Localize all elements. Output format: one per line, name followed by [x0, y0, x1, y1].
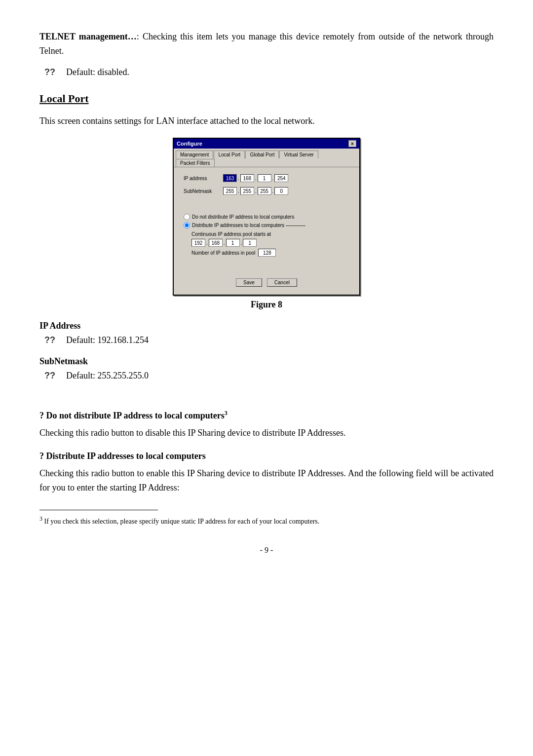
telnet-default-item: ?? Default: disabled.	[44, 67, 494, 77]
dhcp-start-label-row: Continuous IP address pool starts at	[191, 231, 349, 237]
dhcp-dot2: .	[224, 240, 225, 246]
dialog-tabs: Management Local Port Global Port Virtua…	[174, 149, 359, 167]
telnet-label: TELNET management…	[39, 32, 137, 41]
telnet-default-value: Default: disabled.	[66, 67, 129, 77]
radio-distribute-row: Distribute IP addresses to local compute…	[184, 222, 349, 228]
dhcp-octet4[interactable]	[243, 239, 257, 247]
ip-octet2[interactable]	[240, 174, 254, 182]
subnet-octet4[interactable]	[274, 187, 288, 195]
subnet-octet1[interactable]	[223, 187, 237, 195]
ip-address-row: IP address . . .	[184, 174, 349, 182]
cancel-button[interactable]: Cancel	[267, 278, 297, 287]
telnet-paragraph: TELNET management…: Checking this item l…	[39, 30, 494, 58]
dialog-body: IP address . . . SubNetmask .	[174, 167, 359, 295]
ip-dot2: .	[255, 176, 257, 181]
subnet-octet2[interactable]	[240, 187, 254, 195]
radio-no-distribute-label: Do not distribute IP address to local co…	[192, 214, 294, 220]
subnet-octet3[interactable]	[258, 187, 271, 195]
radio-no-distribute-row: Do not distribute IP address to local co…	[184, 214, 349, 220]
subnet-dot2: .	[255, 189, 257, 194]
subnet-dot1: .	[238, 189, 239, 194]
distribute-question: ? Distribute IP addresses to local compu…	[39, 451, 494, 461]
dhcp-start-label: Continuous IP address pool starts at	[191, 231, 271, 237]
subnetmask-default-value: Default: 255.255.255.0	[66, 371, 149, 381]
figure-container: Configure × Management Local Port Global…	[39, 138, 494, 310]
ip-octet1[interactable]	[223, 174, 237, 182]
save-button[interactable]: Save	[236, 278, 262, 287]
distribute-body: Checking this radio button to enable thi…	[39, 466, 494, 495]
configure-dialog: Configure × Management Local Port Global…	[173, 138, 360, 296]
subnetmask-default-item: ?? Default: 255.255.255.0	[44, 371, 494, 381]
dhcp-count-label: Number of IP address in pool	[191, 250, 255, 256]
dhcp-count-input[interactable]	[258, 249, 276, 257]
dhcp-octet1[interactable]	[191, 239, 205, 247]
radio-distribute[interactable]	[184, 222, 190, 228]
tab-local-port[interactable]: Local Port	[214, 151, 245, 159]
footnote-body: If you check this selection, please spec…	[44, 517, 320, 525]
dialog-titlebar: Configure ×	[174, 139, 359, 149]
tab-management[interactable]: Management	[176, 151, 213, 158]
dhcp-count-row: Number of IP address in pool	[191, 249, 349, 257]
subnet-input-group: . . .	[223, 187, 288, 195]
bullet-symbol-telnet: ??	[44, 67, 59, 77]
ip-address-heading: IP Address	[39, 321, 494, 331]
footnote-superscript: 3	[225, 410, 228, 416]
tab-packet-filters[interactable]: Packet Filters	[176, 159, 215, 167]
footnote-rule	[39, 510, 158, 510]
tab-virtual-server[interactable]: Virtual Server	[279, 151, 318, 158]
subnetmask-heading: SubNetmask	[39, 356, 494, 367]
page-number: - 9 -	[39, 546, 494, 555]
dhcp-octet3[interactable]	[226, 239, 240, 247]
dialog-close-button[interactable]: ×	[348, 140, 356, 147]
tab-global-port[interactable]: Global Port	[245, 151, 279, 158]
dhcp-dot3: .	[241, 240, 242, 246]
ip-octet4[interactable]	[274, 174, 288, 182]
subnet-row: SubNetmask . . .	[184, 187, 349, 195]
dhcp-start-ip-row: . . .	[191, 239, 349, 247]
radio-group: Do not distribute IP address to local co…	[184, 214, 349, 228]
do-not-distribute-question-text: ? Do not distribute IP address to local …	[39, 411, 228, 420]
footnote-text: 3 If you check this selection, please sp…	[39, 514, 494, 527]
subnet-label: SubNetmask	[184, 189, 223, 194]
dhcp-start-input-group: . . .	[191, 239, 257, 247]
do-not-distribute-body: Checking this radio button to disable th…	[39, 426, 494, 440]
dhcp-dot1: .	[206, 240, 208, 246]
bullet-symbol-ip: ??	[44, 335, 59, 345]
ip-dot1: .	[238, 176, 239, 181]
distribute-question-text: ? Distribute IP addresses to local compu…	[39, 451, 206, 461]
do-not-distribute-question: ? Do not distribute IP address to local …	[39, 410, 494, 421]
close-icon: ×	[351, 141, 354, 147]
ip-label: IP address	[184, 176, 223, 181]
ip-input-group: . . .	[223, 174, 288, 182]
ip-address-default-item: ?? Default: 192.168.1.254	[44, 335, 494, 345]
ip-dot3: .	[272, 176, 274, 181]
radio-distribute-label: Distribute IP addresses to local compute…	[192, 223, 305, 228]
footnote-number: 3	[39, 515, 42, 522]
local-port-description: This screen contains settings for LAN in…	[39, 114, 494, 128]
ip-octet3[interactable]	[258, 174, 271, 182]
dialog-button-row: Save Cancel	[184, 273, 349, 290]
dhcp-sub-section: Continuous IP address pool starts at . .…	[191, 231, 349, 257]
bullet-symbol-subnet: ??	[44, 371, 59, 381]
local-port-heading: Local Port	[39, 92, 494, 105]
ip-address-default-value: Default: 192.168.1.254	[66, 335, 149, 345]
dialog-title: Configure	[177, 141, 202, 147]
subnet-dot3: .	[272, 189, 274, 194]
figure-caption: Figure 8	[251, 300, 282, 310]
radio-no-distribute[interactable]	[184, 214, 190, 220]
dhcp-octet2[interactable]	[209, 239, 223, 247]
